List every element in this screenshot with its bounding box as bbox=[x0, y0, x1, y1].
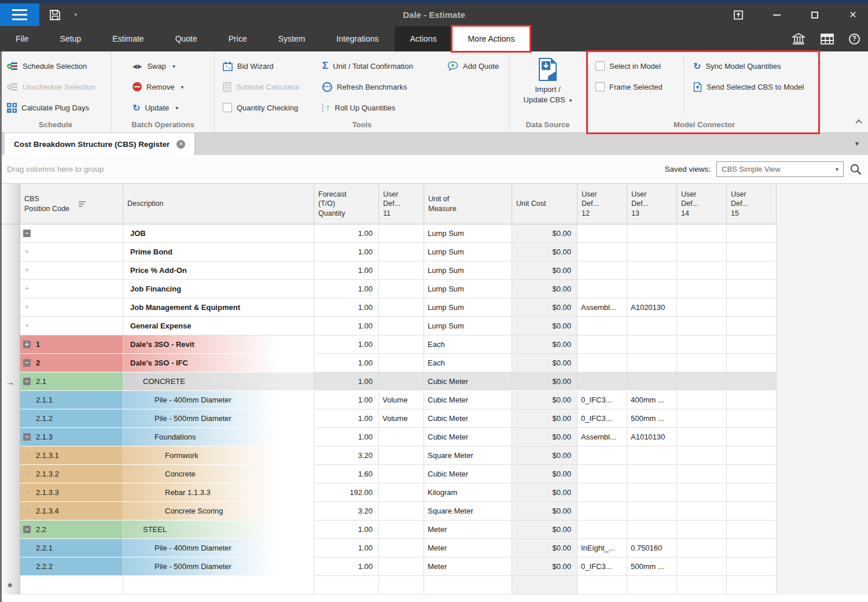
user-def-11-cell[interactable] bbox=[379, 335, 424, 354]
close-button[interactable]: ✕ bbox=[847, 9, 859, 21]
cbs-position-code-cell[interactable]: +2.2.1 bbox=[20, 539, 123, 557]
expand-icon[interactable]: + bbox=[23, 396, 31, 404]
table-row[interactable]: +1Dale's 3SO - Revit1.00Each$0.00 bbox=[0, 335, 868, 354]
add-quote-button[interactable]: Add Quote bbox=[447, 56, 505, 76]
menu-item-price[interactable]: Price bbox=[213, 26, 263, 51]
user-def-13-cell[interactable]: 400mm ... bbox=[627, 391, 677, 409]
user-def-12-cell[interactable]: 0_IFC3... bbox=[578, 391, 627, 409]
user-def-12-cell[interactable] bbox=[578, 261, 627, 280]
user-def-11-cell[interactable] bbox=[379, 483, 424, 502]
quantity-checking-toggle[interactable]: Quantity Checking bbox=[223, 97, 322, 118]
user-def-13-cell[interactable] bbox=[627, 465, 677, 483]
description-cell[interactable]: Price % Add-On bbox=[123, 261, 314, 280]
user-def-15-cell[interactable] bbox=[727, 354, 777, 372]
description-cell[interactable]: Pile - 500mm Diameter bbox=[123, 409, 314, 428]
unit-cost-cell[interactable]: $0.00 bbox=[512, 465, 578, 483]
unit-of-measure-cell[interactable]: Each bbox=[424, 354, 512, 372]
unit-of-measure-cell[interactable]: Square Meter bbox=[424, 502, 512, 520]
description-cell[interactable]: Foundations bbox=[123, 428, 314, 446]
unit-of-measure-cell[interactable]: Cubic Meter bbox=[424, 391, 512, 409]
user-def-15-cell[interactable] bbox=[727, 261, 777, 280]
description-cell[interactable]: JOB bbox=[123, 224, 314, 243]
forecast-quantity-cell[interactable]: 1.00 bbox=[314, 428, 379, 446]
cbs-position-code-cell[interactable]: + bbox=[20, 243, 123, 261]
table-row[interactable]: +2.1.2Pile - 500mm Diameter1.00VolumeCub… bbox=[0, 409, 868, 428]
forecast-quantity-cell[interactable]: 1.00 bbox=[314, 409, 379, 428]
table-row[interactable]: +Job Financing1.00Lump Sum$0.00 bbox=[0, 280, 868, 298]
user-def-14-cell[interactable] bbox=[677, 354, 727, 372]
collapse-icon[interactable]: − bbox=[23, 230, 31, 237]
cbs-position-code-cell[interactable]: −2 bbox=[20, 354, 123, 372]
user-def-14-cell[interactable] bbox=[677, 576, 727, 594]
user-def-15-cell[interactable] bbox=[727, 280, 777, 298]
user-def-14-cell[interactable] bbox=[677, 243, 727, 261]
user-def-11-cell[interactable] bbox=[379, 465, 424, 483]
expand-icon[interactable]: + bbox=[23, 285, 31, 293]
unit-of-measure-cell[interactable]: Cubic Meter bbox=[424, 409, 512, 428]
user-def-13-cell[interactable] bbox=[627, 576, 677, 594]
expand-icon[interactable]: + bbox=[23, 452, 31, 459]
forecast-quantity-cell[interactable]: 1.00 bbox=[314, 335, 379, 354]
table-row[interactable]: +2.2.1Pile - 400mm Diameter1.00Meter$0.0… bbox=[0, 539, 868, 557]
table-row[interactable]: +General Expense1.00Lump Sum$0.00 bbox=[0, 317, 868, 335]
benchmarking-bank-icon[interactable] bbox=[792, 33, 806, 45]
expand-icon[interactable]: + bbox=[23, 322, 31, 330]
forecast-quantity-cell[interactable]: 1.00 bbox=[314, 224, 379, 243]
forecast-quantity-cell[interactable]: 1.00 bbox=[314, 298, 379, 317]
column-header-3[interactable]: User Def... 11 bbox=[379, 184, 424, 224]
subtotal-calculator-button[interactable]: Subtotal Calculator bbox=[223, 76, 322, 97]
unit-cost-cell[interactable]: $0.00 bbox=[512, 243, 578, 261]
unit-cost-cell[interactable]: $0.00 bbox=[512, 317, 578, 335]
user-def-12-cell[interactable] bbox=[578, 520, 627, 539]
user-def-11-cell[interactable] bbox=[379, 280, 424, 298]
unit-cost-cell[interactable]: $0.00 bbox=[512, 298, 578, 317]
user-def-14-cell[interactable] bbox=[677, 557, 727, 576]
user-def-12-cell[interactable] bbox=[578, 354, 627, 372]
user-def-14-cell[interactable] bbox=[677, 428, 727, 446]
forecast-quantity-cell[interactable]: 1.00 bbox=[314, 539, 379, 557]
user-def-15-cell[interactable] bbox=[727, 372, 777, 391]
select-in-model-toggle[interactable]: Select in Model bbox=[595, 56, 682, 76]
expand-icon[interactable]: + bbox=[23, 563, 31, 570]
forecast-quantity-cell[interactable] bbox=[314, 576, 379, 594]
description-cell[interactable]: General Expense bbox=[123, 317, 314, 335]
table-row[interactable]: ✱ bbox=[0, 576, 868, 594]
frame-selected-checkbox[interactable] bbox=[595, 82, 605, 91]
user-def-13-cell[interactable] bbox=[627, 261, 677, 280]
user-def-11-cell[interactable]: Volume bbox=[379, 391, 424, 409]
unit-of-measure-cell[interactable]: Meter bbox=[424, 539, 512, 557]
user-def-11-cell[interactable] bbox=[379, 224, 424, 243]
user-def-12-cell[interactable] bbox=[578, 372, 627, 391]
description-cell[interactable]: Formwork bbox=[123, 446, 314, 465]
description-cell[interactable]: Pile - 400mm Diameter bbox=[123, 391, 314, 409]
user-def-13-cell[interactable] bbox=[627, 243, 677, 261]
column-header-0[interactable]: CBS Position Code bbox=[20, 184, 123, 224]
hamburger-menu-button[interactable] bbox=[0, 3, 39, 26]
user-def-13-cell[interactable] bbox=[627, 520, 677, 539]
user-def-13-cell[interactable]: 500mm ... bbox=[627, 557, 677, 576]
unit-cost-cell[interactable]: $0.00 bbox=[512, 335, 578, 354]
saved-views-dropdown[interactable]: CBS Simple View ▾ bbox=[716, 161, 844, 177]
forecast-quantity-cell[interactable]: 1.00 bbox=[314, 520, 379, 539]
cbs-position-code-cell[interactable]: − bbox=[20, 224, 123, 243]
menu-item-integrations[interactable]: Integrations bbox=[321, 26, 394, 51]
user-def-15-cell[interactable] bbox=[727, 317, 777, 335]
expand-icon[interactable]: + bbox=[23, 470, 31, 478]
user-def-12-cell[interactable] bbox=[578, 243, 627, 261]
user-def-12-cell[interactable] bbox=[578, 483, 627, 502]
user-def-14-cell[interactable] bbox=[677, 224, 727, 243]
cbs-position-code-cell[interactable]: +2.1.1 bbox=[20, 391, 123, 409]
maximize-button[interactable] bbox=[809, 9, 821, 21]
column-header-6[interactable]: User Def... 12 bbox=[578, 184, 627, 224]
description-cell[interactable]: Concrete Scoring bbox=[123, 502, 314, 520]
unschedule-selection-button[interactable]: Unschedule Selection bbox=[7, 76, 111, 97]
unit-cost-cell[interactable]: $0.00 bbox=[512, 557, 578, 576]
description-cell[interactable]: STEEL bbox=[123, 520, 314, 539]
tab-list-caret-icon[interactable]: ▼ bbox=[854, 141, 860, 147]
table-row[interactable]: +Price % Add-On1.00Lump Sum$0.00 bbox=[0, 261, 868, 280]
unit-of-measure-cell[interactable]: Cubic Meter bbox=[424, 428, 512, 446]
cbs-position-code-cell[interactable]: + bbox=[20, 261, 123, 280]
sync-model-quantities-button[interactable]: ↻ Sync Model Quantities bbox=[693, 56, 804, 76]
unit-cost-cell[interactable]: $0.00 bbox=[512, 446, 578, 465]
unit-cost-cell[interactable]: $0.00 bbox=[512, 224, 578, 243]
